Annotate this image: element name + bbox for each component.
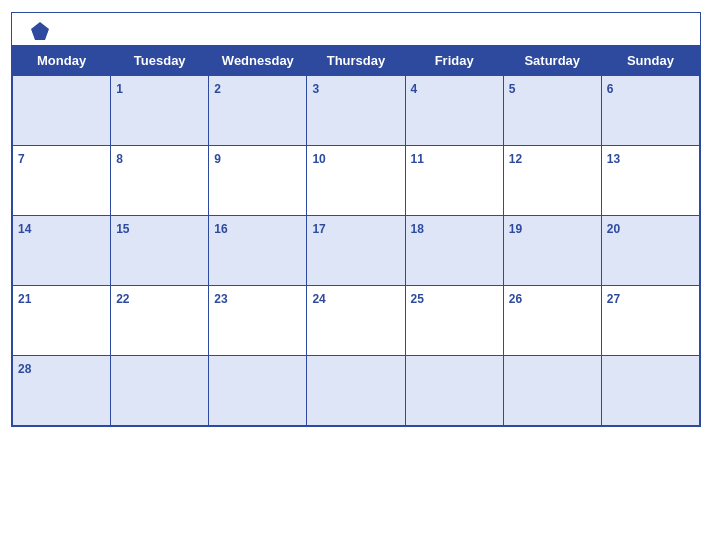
calendar-cell: 2 [209, 76, 307, 146]
calendar-cell: 14 [13, 216, 111, 286]
calendar-cell [405, 356, 503, 426]
day-number: 21 [18, 292, 31, 306]
calendar-cell: 21 [13, 286, 111, 356]
day-number: 1 [116, 82, 123, 96]
logo [28, 21, 50, 41]
weekday-header-row: MondayTuesdayWednesdayThursdayFridaySatu… [13, 46, 700, 76]
day-number: 19 [509, 222, 522, 236]
calendar-cell: 6 [601, 76, 699, 146]
calendar-cell: 13 [601, 146, 699, 216]
day-number: 3 [312, 82, 319, 96]
calendar-header [12, 13, 700, 45]
week-row-3: 14151617181920 [13, 216, 700, 286]
calendar-cell [111, 356, 209, 426]
week-row-5: 28 [13, 356, 700, 426]
calendar-cell: 23 [209, 286, 307, 356]
day-number: 9 [214, 152, 221, 166]
week-row-1: 123456 [13, 76, 700, 146]
calendar-cell: 17 [307, 216, 405, 286]
calendar-container: MondayTuesdayWednesdayThursdayFridaySatu… [11, 12, 701, 427]
calendar-cell [503, 356, 601, 426]
day-number: 18 [411, 222, 424, 236]
day-number: 15 [116, 222, 129, 236]
day-number: 24 [312, 292, 325, 306]
calendar-cell: 27 [601, 286, 699, 356]
calendar-cell: 5 [503, 76, 601, 146]
calendar-cell: 4 [405, 76, 503, 146]
day-number: 12 [509, 152, 522, 166]
week-row-2: 78910111213 [13, 146, 700, 216]
calendar-cell: 25 [405, 286, 503, 356]
calendar-cell [209, 356, 307, 426]
calendar-cell: 15 [111, 216, 209, 286]
day-number: 7 [18, 152, 25, 166]
day-number: 26 [509, 292, 522, 306]
calendar-cell: 19 [503, 216, 601, 286]
week-row-4: 21222324252627 [13, 286, 700, 356]
weekday-header-saturday: Saturday [503, 46, 601, 76]
day-number: 4 [411, 82, 418, 96]
day-number: 10 [312, 152, 325, 166]
calendar-grid: MondayTuesdayWednesdayThursdayFridaySatu… [12, 45, 700, 426]
calendar-cell: 16 [209, 216, 307, 286]
day-number: 2 [214, 82, 221, 96]
day-number: 14 [18, 222, 31, 236]
calendar-cell: 24 [307, 286, 405, 356]
day-number: 6 [607, 82, 614, 96]
day-number: 22 [116, 292, 129, 306]
calendar-cell: 28 [13, 356, 111, 426]
calendar-cell: 3 [307, 76, 405, 146]
calendar-cell: 12 [503, 146, 601, 216]
calendar-cell: 8 [111, 146, 209, 216]
calendar-cell: 7 [13, 146, 111, 216]
weekday-header-friday: Friday [405, 46, 503, 76]
day-number: 5 [509, 82, 516, 96]
weekday-header-tuesday: Tuesday [111, 46, 209, 76]
day-number: 16 [214, 222, 227, 236]
day-number: 20 [607, 222, 620, 236]
weekday-header-wednesday: Wednesday [209, 46, 307, 76]
calendar-cell [601, 356, 699, 426]
weekday-header-thursday: Thursday [307, 46, 405, 76]
day-number: 25 [411, 292, 424, 306]
day-number: 8 [116, 152, 123, 166]
day-number: 17 [312, 222, 325, 236]
day-number: 28 [18, 362, 31, 376]
calendar-cell [13, 76, 111, 146]
day-number: 23 [214, 292, 227, 306]
calendar-cell [307, 356, 405, 426]
day-number: 27 [607, 292, 620, 306]
calendar-cell: 22 [111, 286, 209, 356]
calendar-cell: 9 [209, 146, 307, 216]
day-number: 11 [411, 152, 424, 166]
svg-marker-0 [31, 22, 49, 40]
day-number: 13 [607, 152, 620, 166]
logo-icon [30, 21, 50, 41]
calendar-cell: 10 [307, 146, 405, 216]
weekday-header-sunday: Sunday [601, 46, 699, 76]
weekday-header-monday: Monday [13, 46, 111, 76]
calendar-cell: 1 [111, 76, 209, 146]
calendar-cell: 26 [503, 286, 601, 356]
calendar-cell: 11 [405, 146, 503, 216]
calendar-cell: 18 [405, 216, 503, 286]
calendar-cell: 20 [601, 216, 699, 286]
